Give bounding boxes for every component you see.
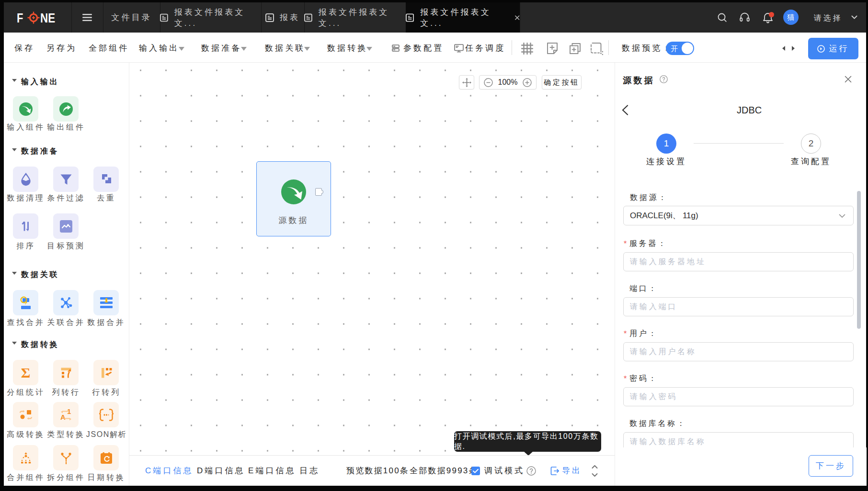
svg-text:A: A [60, 413, 66, 421]
